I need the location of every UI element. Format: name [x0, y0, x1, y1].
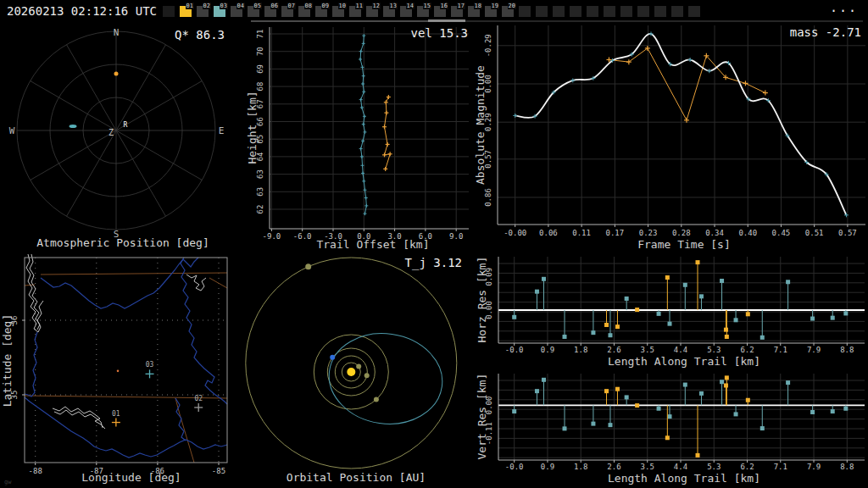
frame-thumbnail[interactable] — [604, 6, 615, 17]
frame-box-empty[interactable] — [637, 6, 649, 17]
svg-text:69: 69 — [256, 64, 264, 74]
svg-text:3.5: 3.5 — [641, 463, 654, 471]
svg-text:3.5: 3.5 — [641, 346, 654, 354]
frame-number: 14 — [406, 3, 415, 9]
frame-thumbnail[interactable] — [553, 6, 565, 17]
svg-text:01: 01 — [112, 410, 120, 418]
mass-badge: mass -2.71 — [790, 25, 861, 39]
frame-box-20[interactable]: 20 — [502, 6, 514, 17]
svg-text:6.2: 6.2 — [740, 346, 754, 354]
frame-box-15[interactable]: 15 — [417, 6, 429, 17]
frame-box-01[interactable]: 01 — [180, 6, 192, 17]
frame-number: 10 — [338, 3, 347, 9]
frame-number: 16 — [440, 3, 448, 9]
frame-scrubber-thumb[interactable] — [428, 19, 465, 22]
atmospheric-position-panel: NSWEZR Q* 86.3 Atmospheric Position [deg… — [0, 24, 246, 252]
frame-number: 11 — [355, 3, 364, 9]
frame-thumbnail[interactable] — [620, 6, 632, 17]
svg-text:0.17: 0.17 — [606, 229, 625, 237]
svg-text:8.8: 8.8 — [840, 346, 854, 354]
frame-thumbnail[interactable] — [570, 6, 581, 17]
frame-box-empty[interactable] — [570, 6, 581, 17]
frame-box-19[interactable]: 19 — [485, 6, 497, 17]
frame-thumbnail[interactable] — [519, 6, 531, 17]
frame-box-empty[interactable] — [163, 6, 175, 17]
svg-text:6.2: 6.2 — [740, 463, 754, 471]
svg-text:5.3: 5.3 — [707, 463, 721, 471]
frame-box-empty[interactable] — [654, 6, 666, 17]
frame-box-06[interactable]: 06 — [264, 6, 276, 17]
orbital-chart — [237, 252, 475, 488]
frame-thumbnail[interactable] — [671, 6, 683, 17]
svg-text:4.4: 4.4 — [674, 346, 687, 354]
svg-text:8.8: 8.8 — [840, 463, 854, 471]
frame-thumbnail[interactable] — [688, 6, 700, 17]
ground-map-panel: -88-87-86-853635010203 Longitude [deg] L… — [0, 252, 237, 488]
frame-box-16[interactable]: 16 — [434, 6, 446, 17]
orbital-position-panel: T_j 3.12 Orbital Position [AU] — [237, 252, 475, 488]
trail-ylabel: Height [km] — [246, 90, 259, 166]
frame-thumbnail[interactable] — [587, 6, 598, 17]
svg-text:R: R — [124, 121, 128, 129]
frame-box-04[interactable]: 04 — [231, 6, 242, 17]
frame-thumbnail[interactable] — [654, 6, 666, 17]
trail-offset-panel: 7170696867666564636362-9.0-6.0-3.00.03.0… — [246, 24, 475, 252]
svg-text:62: 62 — [256, 205, 264, 214]
frame-selector[interactable]: 0102030405060708091011121314151617181920 — [163, 6, 705, 17]
frame-thumbnail[interactable] — [536, 6, 548, 17]
svg-text:0.45: 0.45 — [772, 229, 791, 237]
frame-box-02[interactable]: 02 — [197, 6, 209, 17]
frame-box-empty[interactable] — [553, 6, 565, 17]
frame-box-07[interactable]: 07 — [281, 6, 293, 17]
frame-box-03[interactable]: 03 — [214, 6, 225, 17]
map-ylabel: Latitude [deg] — [1, 314, 14, 408]
svg-text:5.3: 5.3 — [707, 346, 721, 354]
vert-res-ylabel: Vert Res [km] — [476, 375, 488, 460]
velocity-badge: vel 15.3 — [411, 26, 468, 40]
svg-text:03: 03 — [146, 361, 154, 369]
svg-text:02: 02 — [194, 395, 203, 402]
svg-text:-0.0: -0.0 — [505, 346, 524, 354]
svg-text:1.8: 1.8 — [574, 463, 587, 471]
frame-number: 04 — [236, 3, 245, 9]
q-value-badge: Q* 86.3 — [175, 28, 225, 42]
svg-text:71: 71 — [256, 30, 264, 39]
frame-box-18[interactable]: 18 — [468, 6, 480, 17]
frame-box-17[interactable]: 17 — [451, 6, 463, 17]
frame-box-08[interactable]: 08 — [298, 6, 310, 17]
frame-box-05[interactable]: 05 — [248, 6, 259, 17]
frame-box-13[interactable]: 13 — [383, 6, 395, 17]
residuals-panel: -0.00.91.82.63.54.45.36.27.17.98.80.090.… — [475, 252, 868, 488]
magnitude-xlabel: Frame Time [s] — [500, 238, 868, 251]
frame-box-12[interactable]: 12 — [366, 6, 378, 17]
frame-box-09[interactable]: 09 — [315, 6, 327, 17]
frame-number: 07 — [287, 3, 296, 9]
svg-text:7.9: 7.9 — [807, 346, 821, 354]
frame-number: 13 — [389, 3, 398, 9]
ground-map-chart: -88-87-86-853635010203 — [0, 252, 237, 488]
frame-box-empty[interactable] — [604, 6, 615, 17]
overflow-menu[interactable]: ... — [830, 0, 858, 15]
residuals-chart: -0.00.91.82.63.54.45.36.27.17.98.80.090.… — [475, 252, 868, 488]
svg-text:0.34: 0.34 — [705, 229, 724, 237]
frame-thumbnail[interactable] — [637, 6, 649, 17]
frame-box-11[interactable]: 11 — [349, 6, 361, 17]
utc-timestamp: 20260213 02:12:16 UTC — [7, 4, 157, 18]
frame-thumbnail[interactable] — [163, 6, 175, 17]
frame-box-14[interactable]: 14 — [400, 6, 412, 17]
frame-number: 03 — [220, 3, 228, 9]
svg-text:N: N — [114, 27, 120, 38]
svg-text:63: 63 — [256, 169, 264, 179]
frame-box-empty[interactable] — [671, 6, 683, 17]
frame-box-empty[interactable] — [519, 6, 531, 17]
frame-box-10[interactable]: 10 — [332, 6, 344, 17]
frame-box-empty[interactable] — [688, 6, 700, 17]
svg-text:E: E — [219, 125, 225, 136]
svg-text:2.6: 2.6 — [607, 463, 620, 471]
frame-box-empty[interactable] — [620, 6, 632, 17]
frame-box-empty[interactable] — [536, 6, 548, 17]
frame-number: 02 — [203, 3, 211, 9]
residuals-xlabel-bottom: Length Along Trail [km] — [500, 472, 868, 485]
frame-number: 19 — [491, 3, 499, 9]
frame-box-empty[interactable] — [587, 6, 598, 17]
